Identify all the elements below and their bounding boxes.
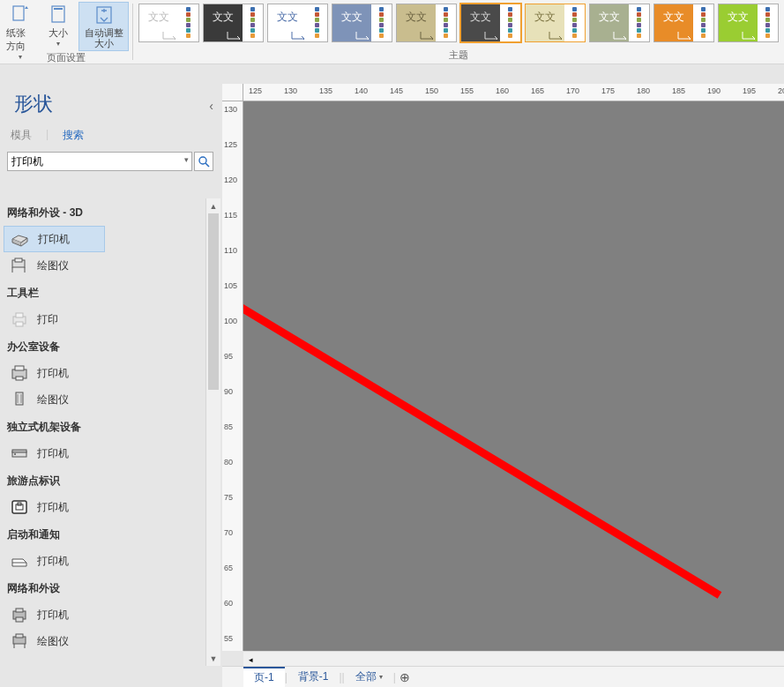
shape-item[interactable]: 打印机 <box>4 360 105 386</box>
shape-item-label: 绘图仪 <box>37 634 69 649</box>
horizontal-scrollbar[interactable]: ◂ <box>243 651 784 666</box>
search-dropdown-icon[interactable]: ▾ <box>184 155 189 164</box>
tab-stencils[interactable]: 模具 <box>11 128 32 143</box>
ruler-corner <box>222 84 243 101</box>
theme-thumb-7[interactable]: 文文 <box>589 4 650 42</box>
ribbon-group-themes: 文文文文文文文文文文文文文文文文文文文文 主题 <box>133 0 784 63</box>
printer-office-icon <box>9 363 30 383</box>
theme-thumb-1[interactable]: 文文 <box>203 4 264 42</box>
shape-item-label: 打印机 <box>37 366 69 381</box>
scroll-thumb[interactable] <box>208 213 219 390</box>
shape-item[interactable]: 打印机 <box>4 548 105 574</box>
category-header: 网络和外设 <box>0 574 205 601</box>
svg-rect-28 <box>16 617 23 622</box>
results-list: 网络和外设 - 3D打印机绘图仪工具栏打印办公室设备打印机绘图仪独立式机架设备打… <box>0 198 220 666</box>
panel-title: 形状 <box>7 84 53 128</box>
page-setup-group-label: 页面设置 <box>0 49 132 66</box>
svg-rect-20 <box>12 450 26 452</box>
results-scrollbar[interactable]: ▲ ▼ <box>205 198 220 666</box>
search-box: ▾ <box>7 152 192 171</box>
sheet-tab[interactable]: 背景-1 <box>287 667 340 687</box>
svg-rect-16 <box>16 392 23 405</box>
printer-tray-icon <box>9 551 30 571</box>
shape-item-label: 打印机 <box>37 554 69 569</box>
search-button[interactable] <box>194 152 213 171</box>
shape-item[interactable]: 绘图仪 <box>4 628 105 654</box>
search-input[interactable] <box>7 152 192 171</box>
add-sheet-button[interactable]: ⊕ <box>396 670 414 684</box>
shape-item-label: 打印机 <box>37 446 69 461</box>
sheet-tab[interactable]: 页-1 <box>243 667 285 687</box>
shape-item[interactable]: 打印 <box>4 306 105 332</box>
autofit-icon <box>90 4 118 26</box>
printer-rack-icon <box>9 444 30 463</box>
scroll-left-icon[interactable]: ◂ <box>243 652 258 667</box>
chevron-down-icon: ▾ <box>379 673 383 681</box>
themes-group-label: 主题 <box>133 47 784 63</box>
annotation-arrow <box>243 101 784 651</box>
size-icon <box>44 4 72 25</box>
shape-item[interactable]: 打印机 <box>4 601 105 628</box>
shape-item[interactable]: 打印机 <box>4 226 105 252</box>
canvas-area: 1251301351401451501551601651701751801851… <box>222 84 784 666</box>
autofit-label: 自动调整大小 <box>82 27 125 49</box>
svg-rect-0 <box>13 6 24 20</box>
scroll-up-icon[interactable]: ▲ <box>206 198 220 213</box>
theme-thumb-8[interactable]: 文文 <box>653 4 714 42</box>
svg-line-5 <box>205 163 209 167</box>
sheet-all-dropdown[interactable]: 全部 ▾ <box>345 667 393 687</box>
horizontal-ruler: 1251301351401451501551601651701751801851… <box>243 84 784 101</box>
theme-thumb-3[interactable]: 文文 <box>332 4 392 42</box>
theme-thumb-2[interactable]: 文文 <box>267 4 328 42</box>
sheet-tabs-bar: 页-1|背景-1| | 全部 ▾ | ⊕ <box>222 666 784 687</box>
autofit-button[interactable]: 自动调整大小 <box>78 2 129 51</box>
svg-rect-11 <box>16 313 23 317</box>
theme-thumb-4[interactable]: 文文 <box>396 4 457 42</box>
shape-item[interactable]: 绘图仪 <box>4 386 105 413</box>
page-size-button[interactable]: 大小 ▾ <box>41 2 75 49</box>
theme-thumb-0[interactable]: 文文 <box>138 4 199 42</box>
canvas[interactable] <box>243 101 784 651</box>
size-label: 大小 <box>49 26 68 40</box>
shape-item[interactable]: 绘图仪 <box>4 252 105 279</box>
search-icon <box>198 155 210 168</box>
svg-rect-15 <box>16 377 23 380</box>
printer-sign-icon <box>9 497 30 517</box>
plotter-office-icon <box>9 390 30 409</box>
svg-rect-2 <box>54 8 63 10</box>
shape-item-label: 绘图仪 <box>37 258 69 273</box>
category-header: 办公室设备 <box>0 332 205 360</box>
shape-item-label: 绘图仪 <box>37 392 69 407</box>
category-header: 工具栏 <box>0 279 205 306</box>
plotter-3d-icon <box>9 256 30 275</box>
svg-line-33 <box>243 256 720 595</box>
sheet-all-label: 全部 <box>355 669 377 684</box>
plotter-net-icon <box>9 631 30 651</box>
theme-thumb-5[interactable]: 文文 <box>460 4 521 42</box>
panel-collapse-button[interactable]: ‹ <box>209 99 213 113</box>
shape-item[interactable]: 打印机 <box>4 440 105 467</box>
printer-3d-icon <box>10 229 31 249</box>
shapes-panel: 形状 ‹ 模具 | 搜索 ▾ 网络和外设 - 3D打印机绘图仪工具栏打印办公室设… <box>0 84 220 666</box>
shape-item-label: 打印机 <box>37 608 69 623</box>
print-tool-icon <box>9 310 30 329</box>
shape-item[interactable]: 打印机 <box>4 494 105 520</box>
category-header: 网络和外设 - 3D <box>0 198 205 226</box>
category-header: 启动和通知 <box>0 520 205 548</box>
vertical-ruler: 130125120115110105100959085807570656055 <box>222 101 243 651</box>
scroll-down-icon[interactable]: ▼ <box>206 651 220 666</box>
category-header: 旅游点标识 <box>0 467 205 494</box>
svg-point-4 <box>199 157 206 164</box>
shape-item-label: 打印 <box>37 312 58 327</box>
ribbon-group-page-setup: 纸张方向 ▾ 大小 ▾ 自动调整大小 页面设置 <box>0 0 132 63</box>
svg-rect-12 <box>16 322 23 326</box>
theme-thumb-9[interactable]: 文文 <box>718 4 779 42</box>
tab-search[interactable]: 搜索 <box>63 128 84 143</box>
shape-item-label: 打印机 <box>37 500 69 515</box>
svg-rect-32 <box>16 634 23 638</box>
orientation-icon <box>6 4 34 25</box>
theme-thumb-6[interactable]: 文文 <box>525 4 586 42</box>
svg-rect-9 <box>15 258 22 262</box>
svg-rect-14 <box>15 366 24 370</box>
printer-net-icon <box>9 605 30 624</box>
